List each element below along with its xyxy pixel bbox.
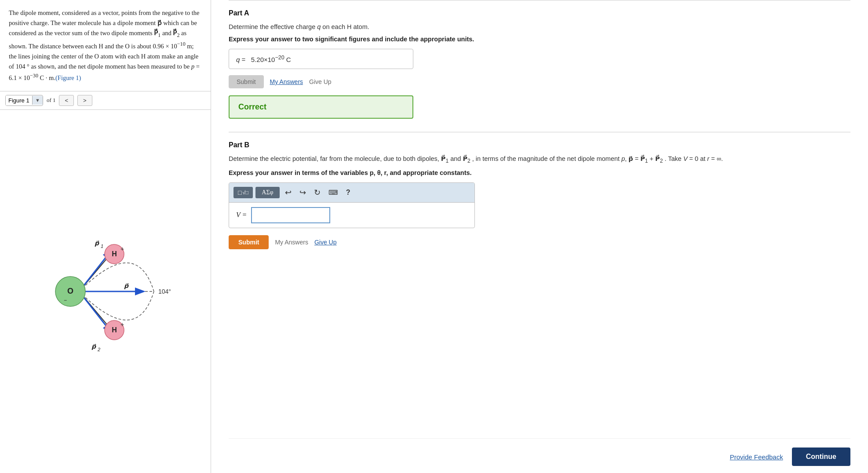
figure-selector[interactable]: Figure 1 ▼ <box>5 95 43 106</box>
part-b-my-answers-link[interactable]: My Answers <box>275 239 308 246</box>
part-b-submit-button[interactable]: Submit <box>229 235 269 249</box>
figure-next-button[interactable]: > <box>77 95 92 106</box>
refresh-button[interactable]: ↻ <box>311 186 323 199</box>
molecule-diagram: O − H + H + p⃗ 1 p⃗ 2 p⃗ <box>13 199 198 384</box>
svg-text:O: O <box>67 287 73 295</box>
part-a-submit-button[interactable]: Submit <box>229 75 264 88</box>
figure-image: O − H + H + p⃗ 1 p⃗ 2 p⃗ <box>0 110 211 473</box>
symbol-label: ΑΣφ <box>262 189 273 196</box>
part-a-my-answers-link[interactable]: My Answers <box>270 78 303 85</box>
svg-text:−: − <box>64 297 67 303</box>
part-b-description: Determine the electric potential, far fr… <box>229 155 850 164</box>
part-a-description: Determine the effective charge q on each… <box>229 23 850 30</box>
svg-text:+: + <box>120 245 124 252</box>
part-b-label: Part B <box>229 141 850 149</box>
top-divider <box>229 0 850 0</box>
svg-text:p⃗
        1: p⃗ 1 <box>95 240 103 249</box>
math-input-container: □ √□ ΑΣφ ↩ ↪ ↻ ⌨ ? V = <box>229 182 475 228</box>
figure-dropdown-arrow: ▼ <box>32 96 43 105</box>
svg-text:p⃗: p⃗ <box>124 282 129 289</box>
svg-text:+: + <box>120 321 124 328</box>
angle-label: 104° <box>158 288 171 295</box>
figure-of-label: of 1 <box>47 97 56 104</box>
part-b-section: Part B Determine the electric potential,… <box>229 141 850 256</box>
help-button[interactable]: ? <box>343 187 353 198</box>
section-divider <box>229 132 850 132</box>
redo-button[interactable]: ↪ <box>297 186 309 199</box>
part-a-section: Part A Determine the effective charge q … <box>229 9 850 127</box>
figure-controls: Figure 1 ▼ of 1 < > <box>0 91 211 110</box>
sqrt-icon: √□ <box>242 189 248 196</box>
keyboard-button[interactable]: ⌨ <box>326 187 341 198</box>
part-a-actions: Submit My Answers Give Up <box>229 75 850 88</box>
svg-text:H: H <box>112 250 117 258</box>
undo-button[interactable]: ↩ <box>282 186 294 199</box>
part-a-instruction: Express your answer to two significant f… <box>229 36 850 43</box>
figure-link[interactable]: (Figure 1) <box>55 74 81 81</box>
part-a-answer-value: q = 5.20×10−20 C <box>236 56 291 63</box>
part-a-give-up-link[interactable]: Give Up <box>309 78 332 85</box>
right-panel: Part A Determine the effective charge q … <box>211 0 868 473</box>
matrix-icon: □ <box>238 189 241 196</box>
problem-text: The dipole moment, considered as a vecto… <box>0 0 211 91</box>
symbol-button[interactable]: ΑΣφ <box>255 187 279 198</box>
figure-prev-button[interactable]: < <box>59 95 74 106</box>
math-toolbar: □ √□ ΑΣφ ↩ ↪ ↻ ⌨ ? <box>229 183 474 203</box>
part-a-answer-box: q = 5.20×10−20 C <box>229 49 413 69</box>
part-a-label: Part A <box>229 9 850 17</box>
figure-dropdown[interactable]: Figure 1 <box>6 95 32 106</box>
correct-banner: Correct <box>229 95 413 119</box>
svg-text:p⃗
        2: p⃗ 2 <box>91 343 100 352</box>
math-input-field[interactable] <box>251 207 330 223</box>
matrix-button[interactable]: □ √□ <box>233 187 253 198</box>
part-b-give-up-link[interactable]: Give Up <box>314 239 337 246</box>
correct-text: Correct <box>238 102 266 111</box>
left-panel: The dipole moment, considered as a vecto… <box>0 0 211 473</box>
bottom-bar: Provide Feedback Continue <box>229 438 850 473</box>
part-b-actions: Submit My Answers Give Up <box>229 235 850 249</box>
math-variable-label: V = <box>236 211 247 219</box>
part-b-instruction: Express your answer in terms of the vari… <box>229 169 850 176</box>
continue-button[interactable]: Continue <box>792 448 850 466</box>
math-input-row: V = <box>229 203 474 228</box>
provide-feedback-link[interactable]: Provide Feedback <box>730 453 783 461</box>
svg-text:H: H <box>112 326 117 334</box>
